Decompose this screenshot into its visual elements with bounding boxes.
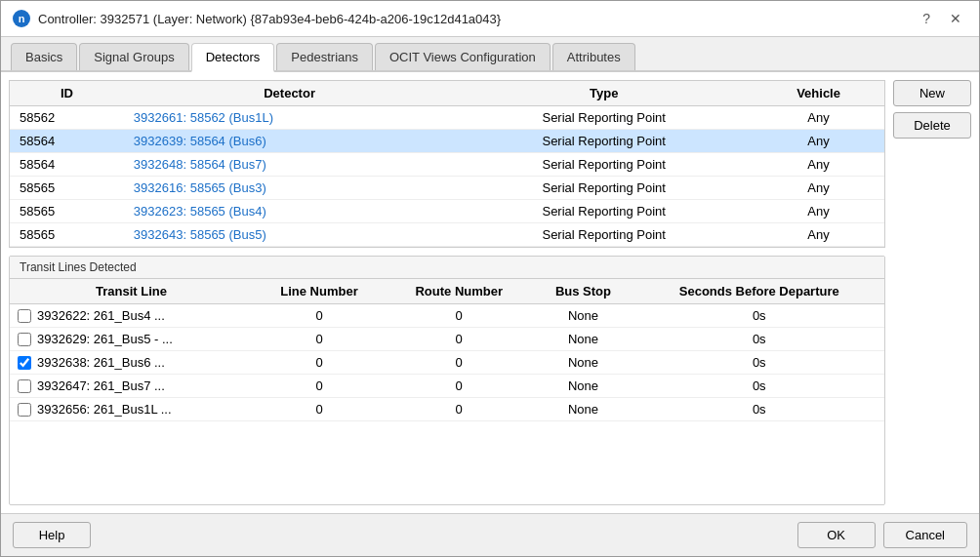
help-button[interactable]: ? (917, 9, 936, 28)
bus-stop: None (532, 375, 633, 398)
bus-stop: None (532, 304, 633, 328)
detector-type: Serial Reporting Point (455, 106, 753, 130)
detector-vehicle: Any (753, 153, 884, 177)
transit-section-header: Transit Lines Detected (10, 257, 884, 279)
detector-row[interactable]: 585623932661: 58562 (Bus1L)Serial Report… (10, 106, 884, 130)
transit-line-cell: 3932622: 261_Bus4 ... (10, 304, 253, 328)
side-buttons: New Delete (893, 80, 971, 505)
main-window: n Controller: 3932571 (Layer: Network) {… (0, 0, 980, 557)
route-number: 0 (386, 304, 532, 328)
detector-id: 58565 (10, 223, 124, 247)
route-number: 0 (386, 375, 532, 398)
transit-line-cell: 3932656: 261_Bus1L ... (10, 398, 253, 421)
detector-row[interactable]: 585643932639: 58564 (Bus6)Serial Reporti… (10, 130, 884, 153)
transit-row[interactable]: 3932647: 261_Bus7 ...00None0s (10, 375, 884, 398)
new-button[interactable]: New (893, 80, 971, 106)
col-vehicle: Vehicle (753, 81, 884, 106)
tabs-bar: BasicsSignal GroupsDetectorsPedestriansO… (1, 37, 979, 72)
table-section: ID Detector Type Vehicle 585623932661: 5… (9, 80, 885, 505)
detector-name: 3932648: 58564 (Bus7) (124, 153, 455, 177)
detector-vehicle: Any (753, 106, 884, 130)
transit-checkbox[interactable] (18, 403, 31, 417)
detector-name: 3932643: 58565 (Bus5) (124, 223, 455, 247)
detector-name: 3932661: 58562 (Bus1L) (124, 106, 455, 130)
col-type: Type (455, 81, 753, 106)
tab-ocit-views-configuration[interactable]: OCIT Views Configuration (375, 43, 551, 70)
detector-name: 3932623: 58565 (Bus4) (124, 200, 455, 223)
seconds-before-departure: 0s (634, 304, 884, 328)
transit-row[interactable]: 3932629: 261_Bus5 - ...00None0s (10, 328, 884, 351)
delete-button[interactable]: Delete (893, 112, 971, 139)
transit-line-label: 3932647: 261_Bus7 ... (37, 378, 165, 393)
transit-line-cell: 3932638: 261_Bus6 ... (10, 351, 253, 375)
detector-id: 58564 (10, 153, 124, 177)
close-button[interactable]: ✕ (944, 9, 967, 28)
transit-checkbox[interactable] (18, 379, 31, 393)
detector-name: 3932616: 58565 (Bus3) (124, 177, 455, 200)
window-title: Controller: 3932571 (Layer: Network) {87… (38, 12, 501, 26)
app-icon: n (13, 10, 30, 27)
detector-type: Serial Reporting Point (455, 153, 753, 177)
transit-line-cell: 3932647: 261_Bus7 ... (10, 375, 253, 398)
transit-line-label: 3932638: 261_Bus6 ... (37, 355, 165, 370)
transit-line-label: 3932656: 261_Bus1L ... (37, 402, 172, 417)
col-detector: Detector (124, 81, 455, 106)
col-route-number: Route Number (386, 279, 532, 304)
help-footer-button[interactable]: Help (13, 522, 91, 548)
detector-vehicle: Any (753, 223, 884, 247)
detector-type: Serial Reporting Point (455, 200, 753, 223)
tab-basics[interactable]: Basics (11, 43, 77, 70)
line-number: 0 (253, 328, 386, 351)
route-number: 0 (386, 398, 532, 421)
detector-id: 58565 (10, 200, 124, 223)
transit-row[interactable]: 3932622: 261_Bus4 ...00None0s (10, 304, 884, 328)
detector-table-wrap: ID Detector Type Vehicle 585623932661: 5… (9, 80, 885, 248)
main-layout: ID Detector Type Vehicle 585623932661: 5… (9, 80, 971, 505)
detector-id: 58562 (10, 106, 124, 130)
title-bar-left: n Controller: 3932571 (Layer: Network) {… (13, 10, 501, 27)
content-area: ID Detector Type Vehicle 585623932661: 5… (1, 72, 979, 513)
bus-stop: None (532, 398, 633, 421)
route-number: 0 (386, 328, 532, 351)
seconds-before-departure: 0s (634, 328, 884, 351)
detector-row[interactable]: 585653932643: 58565 (Bus5)Serial Reporti… (10, 223, 884, 247)
transit-checkbox[interactable] (18, 309, 31, 323)
tab-detectors[interactable]: Detectors (191, 43, 275, 72)
col-line-number: Line Number (253, 279, 386, 304)
detector-type: Serial Reporting Point (455, 177, 753, 200)
tab-signal-groups[interactable]: Signal Groups (79, 43, 188, 70)
detector-vehicle: Any (753, 200, 884, 223)
detector-row[interactable]: 585653932616: 58565 (Bus3)Serial Reporti… (10, 177, 884, 200)
detector-row[interactable]: 585643932648: 58564 (Bus7)Serial Reporti… (10, 153, 884, 177)
transit-checkbox[interactable] (18, 333, 31, 346)
col-id: ID (10, 81, 124, 106)
col-bus-stop: Bus Stop (532, 279, 633, 304)
transit-checkbox[interactable] (18, 356, 31, 370)
footer-bar: Help OK Cancel (1, 513, 979, 556)
transit-table-wrap: Transit Line Line Number Route Number Bu… (10, 279, 884, 504)
ok-button[interactable]: OK (797, 522, 876, 548)
tab-attributes[interactable]: Attributes (552, 43, 635, 70)
transit-row[interactable]: 3932638: 261_Bus6 ...00None0s (10, 351, 884, 375)
bus-stop: None (532, 351, 633, 375)
seconds-before-departure: 0s (634, 351, 884, 375)
transit-row[interactable]: 3932656: 261_Bus1L ...00None0s (10, 398, 884, 421)
detector-name: 3932639: 58564 (Bus6) (124, 130, 455, 153)
detector-row[interactable]: 585653932623: 58565 (Bus4)Serial Reporti… (10, 200, 884, 223)
detector-id: 58565 (10, 177, 124, 200)
cancel-button[interactable]: Cancel (883, 522, 967, 548)
line-number: 0 (253, 351, 386, 375)
bus-stop: None (532, 328, 633, 351)
route-number: 0 (386, 351, 532, 375)
detector-type: Serial Reporting Point (455, 223, 753, 247)
detector-vehicle: Any (753, 130, 884, 153)
tab-pedestrians[interactable]: Pedestrians (276, 43, 373, 70)
transit-line-label: 3932629: 261_Bus5 - ... (37, 332, 173, 346)
transit-section: Transit Lines Detected Transit Line Line… (9, 256, 885, 505)
footer-right: OK Cancel (797, 522, 967, 548)
detector-type: Serial Reporting Point (455, 130, 753, 153)
transit-table: Transit Line Line Number Route Number Bu… (10, 279, 884, 421)
detector-table: ID Detector Type Vehicle 585623932661: 5… (10, 81, 884, 247)
title-bar-right: ? ✕ (917, 9, 967, 28)
seconds-before-departure: 0s (634, 398, 884, 421)
